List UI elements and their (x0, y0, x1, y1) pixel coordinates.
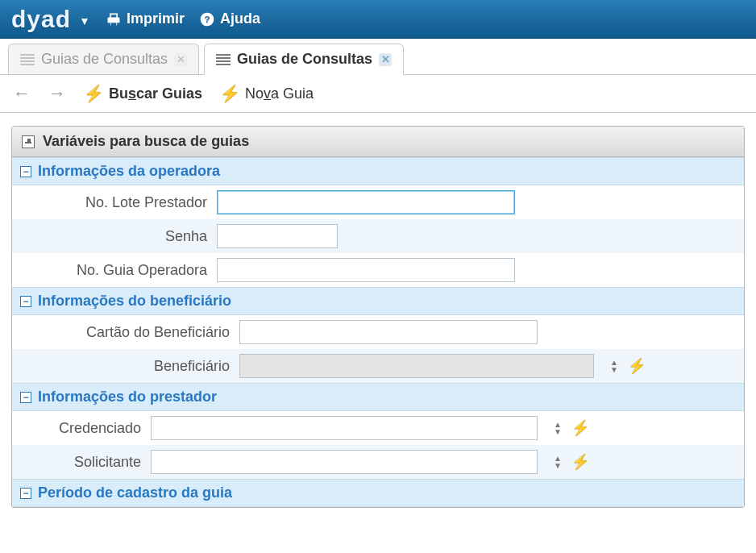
action-toolbar: ← → ⚡ Buscar Guias ⚡ Nova Guia (0, 75, 756, 113)
tab-guias-consultas-inactive[interactable]: Guias de Consultas ✕ (8, 44, 199, 74)
app-logo[interactable]: dyad ▼ (11, 6, 91, 33)
input-lote-prestador[interactable] (217, 190, 515, 214)
collapse-icon[interactable]: − (20, 166, 31, 177)
tab-guias-consultas-active[interactable]: Guias de Consultas ✕ (204, 44, 404, 74)
bolt-icon[interactable]: ⚡ (571, 419, 589, 437)
label-beneficiario: Beneficiário (20, 358, 230, 375)
lookup-actions: ▲▼ ⚡ (554, 419, 589, 437)
tab-label: Guias de Consultas (41, 51, 168, 68)
print-label: Imprimir (127, 10, 185, 27)
label-credenciado: Credenciado (20, 420, 141, 437)
row-cartao-beneficiario: Cartão do Beneficiário (12, 315, 744, 349)
panel-toggle-icon[interactable] (22, 135, 35, 148)
close-icon[interactable]: ✕ (379, 53, 392, 66)
row-guia-operadora: No. Guia Operadora (12, 253, 744, 287)
bolt-icon[interactable]: ⚡ (628, 357, 646, 375)
help-label: Ajuda (220, 10, 260, 27)
help-button[interactable]: ? Ajuda (199, 10, 260, 27)
buscar-guias-button[interactable]: ⚡ Buscar Guias (84, 84, 202, 103)
label-lote-prestador: No. Lote Prestador (20, 194, 207, 211)
row-solicitante: Solicitante ▲▼ ⚡ (12, 445, 744, 479)
label-cartao-beneficiario: Cartão do Beneficiário (20, 324, 230, 341)
row-lote-prestador: No. Lote Prestador (12, 185, 744, 219)
close-icon[interactable]: ✕ (174, 53, 187, 66)
nova-guia-button[interactable]: ⚡ Nova Guia (220, 84, 314, 103)
nav-back-button[interactable]: ← (13, 83, 31, 104)
tab-label: Guias de Consultas (237, 51, 372, 68)
input-solicitante[interactable] (151, 450, 538, 474)
input-cartao-beneficiario[interactable] (239, 320, 538, 344)
list-icon (216, 54, 231, 65)
label-senha: Senha (20, 228, 207, 245)
logo-dropdown-caret[interactable]: ▼ (79, 15, 91, 27)
input-senha[interactable] (217, 224, 338, 248)
section-periodo-header: − Período de cadastro da guia (12, 479, 744, 507)
list-icon (20, 54, 35, 65)
section-title: Informações do beneficiário (38, 293, 231, 310)
section-operadora-header: − Informações da operadora (12, 157, 744, 185)
panel-title: Variáveis para busca de guias (43, 133, 249, 150)
collapse-icon[interactable]: − (20, 488, 31, 499)
input-credenciado[interactable] (151, 416, 538, 440)
row-beneficiario: Beneficiário ▲▼ ⚡ (12, 349, 744, 383)
nav-forward-button[interactable]: → (48, 83, 66, 104)
section-title: Informações da operadora (38, 163, 220, 180)
row-senha: Senha (12, 219, 744, 253)
bolt-icon: ⚡ (84, 84, 104, 103)
section-title: Período de cadastro da guia (38, 484, 232, 501)
lookup-actions: ▲▼ ⚡ (554, 453, 589, 471)
bolt-icon: ⚡ (220, 84, 240, 103)
row-credenciado: Credenciado ▲▼ ⚡ (12, 411, 744, 445)
svg-text:?: ? (204, 14, 210, 24)
collapse-icon[interactable]: − (20, 296, 31, 307)
input-guia-operadora[interactable] (217, 258, 515, 282)
section-prestador-header: − Informações do prestador (12, 383, 744, 411)
lookup-actions: ▲▼ ⚡ (610, 357, 646, 375)
help-icon: ? (199, 11, 215, 27)
panel-header: Variáveis para busca de guias (12, 127, 744, 157)
input-beneficiario[interactable] (239, 354, 594, 378)
bolt-icon[interactable]: ⚡ (571, 453, 589, 471)
spinner-icon[interactable]: ▲▼ (554, 422, 562, 435)
print-button[interactable]: Imprimir (106, 10, 185, 27)
label-guia-operadora: No. Guia Operadora (20, 262, 207, 279)
section-beneficiario-header: − Informações do beneficiário (12, 287, 744, 315)
section-title: Informações do prestador (38, 389, 217, 405)
spinner-icon[interactable]: ▲▼ (610, 360, 618, 373)
spinner-icon[interactable]: ▲▼ (554, 455, 562, 469)
label-solicitante: Solicitante (20, 454, 141, 471)
logo-text: dyad (11, 6, 71, 33)
search-variables-panel: Variáveis para busca de guias − Informaç… (11, 126, 745, 508)
printer-icon (106, 11, 122, 27)
tab-strip: Guias de Consultas ✕ Guias de Consultas … (0, 39, 756, 75)
collapse-icon[interactable]: − (20, 392, 31, 403)
app-header: dyad ▼ Imprimir ? Ajuda (0, 0, 756, 39)
